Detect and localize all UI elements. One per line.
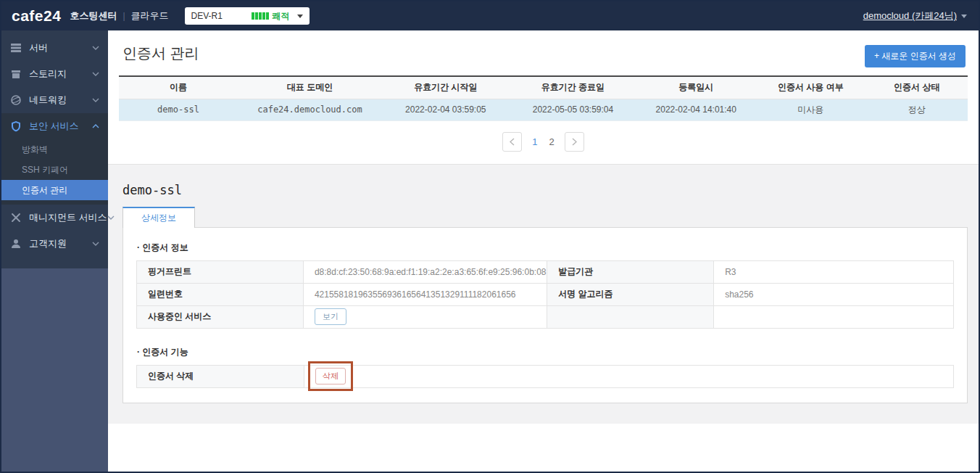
column-header-domain: 대표 도메인 <box>238 76 382 99</box>
pagination-prev-button[interactable] <box>502 132 522 152</box>
sidebar-subitem-label: 방화벽 <box>22 144 48 156</box>
cert-functions-table: 인증서 삭제 삭제 <box>136 365 954 388</box>
pagination: 1 2 <box>108 121 979 164</box>
certificate-table: 이름 대표 도메인 유효기간 시작일 유효기간 종료일 등록일시 인증서 사용 … <box>119 75 968 121</box>
empty-label-cell <box>547 305 714 328</box>
issuer-label: 발급기관 <box>547 260 714 283</box>
sidebar-item-label: 네트워킹 <box>29 94 92 107</box>
sidebar-item-label: 스토리지 <box>29 67 92 81</box>
certificate-detail-section: demo-ssl 상세정보 인증서 정보 핑거프린트 d8:8d:cf:23:5… <box>108 164 979 424</box>
cell-in-use[interactable]: 미사용 <box>755 99 865 120</box>
page-title: 인증서 관리 <box>122 44 199 63</box>
delete-certificate-label: 인증서 삭제 <box>137 365 304 387</box>
storage-icon <box>10 68 22 80</box>
chevron-down-icon <box>92 242 99 246</box>
column-header-valid-from: 유효기간 시작일 <box>382 76 510 99</box>
view-services-button[interactable]: 보기 <box>315 308 346 325</box>
serial-label: 일련번호 <box>137 283 304 305</box>
cafe24-logo[interactable]: cafe24 <box>12 7 61 25</box>
cert-info-table: 핑거프린트 d8:8d:cf:23:50:68:9a:ed:f1:19:a2:2… <box>136 260 954 329</box>
sidebar-item-management-services[interactable]: 매니지먼트 서비스 <box>1 205 108 231</box>
sidebar-item-label: 고객지원 <box>29 237 92 250</box>
section-label-cert-functions: 인증서 기능 <box>137 346 954 358</box>
shield-icon <box>10 120 22 132</box>
detail-panel: 인증서 정보 핑거프린트 d8:8d:cf:23:50:68:9a:ed:f1:… <box>122 227 968 403</box>
sidebar-item-security-services[interactable]: 보안 서비스 <box>1 113 108 139</box>
sidebar-item-networking[interactable]: 네트워킹 <box>1 87 108 113</box>
sidebar-item-certificate-management[interactable]: 인증서 관리 <box>1 180 108 200</box>
delete-certificate-button[interactable]: 삭제 <box>315 368 346 384</box>
certificate-name-heading: demo-ssl <box>122 183 968 197</box>
pagination-page-2[interactable]: 2 <box>548 136 556 147</box>
column-header-valid-to: 유효기간 종료일 <box>510 76 637 99</box>
chevron-up-icon <box>92 124 99 128</box>
sidebar-subitem-label: 인증서 관리 <box>22 184 67 197</box>
chevron-down-icon <box>297 15 303 18</box>
table-header-row: 이름 대표 도메인 유효기간 시작일 유효기간 종료일 등록일시 인증서 사용 … <box>119 76 968 99</box>
capacity-status: 쾌적 <box>273 10 290 22</box>
issuer-value: R3 <box>714 260 954 283</box>
server-name: DEV-R1 <box>191 11 252 21</box>
pagination-page-1[interactable]: 1 <box>531 136 539 147</box>
info-row: 핑거프린트 d8:8d:cf:23:50:68:9a:ed:f1:19:a2:2… <box>137 260 954 283</box>
fingerprint-value: d8:8d:cf:23:50:68:9a:ed:f1:19:a2:2e:a3:6… <box>303 260 547 283</box>
service-name: 호스팅센터 <box>70 9 117 22</box>
chevron-down-icon <box>92 46 99 50</box>
column-header-registered: 등록일시 <box>636 76 755 99</box>
pagination-next-button[interactable] <box>565 132 584 152</box>
account-name: democloud (카페24님) <box>863 9 957 22</box>
sidebar-menu: 서버 스토리지 네트워킹 보안 서비스 <box>1 30 108 268</box>
sidebar-group-security: 보안 서비스 방화벽 SSH 키페어 인증서 관리 <box>1 113 108 205</box>
chevron-down-icon <box>92 72 99 76</box>
empty-value-cell <box>714 305 954 328</box>
sidebar-item-customer-support[interactable]: 고객지원 <box>1 231 108 257</box>
sig-alg-value: sha256 <box>714 283 954 305</box>
sig-alg-label: 서명 알고리즘 <box>547 283 714 305</box>
tab-detail-info[interactable]: 상세정보 <box>122 207 195 228</box>
topbar-divider: | <box>122 11 125 21</box>
cell-status[interactable]: 정상 <box>865 99 968 120</box>
sidebar-item-server[interactable]: 서버 <box>1 35 108 61</box>
services-in-use-label: 사용중인 서비스 <box>137 305 304 328</box>
person-icon <box>10 238 22 250</box>
server-selector-dropdown[interactable]: DEV-R1 쾌적 <box>185 7 310 25</box>
sidebar-item-storage[interactable]: 스토리지 <box>1 61 108 87</box>
cell-valid-from[interactable]: 2022-02-04 03:59:05 <box>382 99 510 120</box>
sidebar-item-label: 서버 <box>29 41 92 54</box>
serial-value: 4215581819635569361656413513291111820616… <box>303 283 547 305</box>
topbar: cafe24 호스팅센터 | 클라우드 DEV-R1 쾌적 democloud … <box>1 1 979 30</box>
network-icon <box>10 94 22 106</box>
cell-valid-to[interactable]: 2022-05-05 03:59:04 <box>510 99 637 120</box>
function-row: 인증서 삭제 삭제 <box>137 365 954 387</box>
column-header-name: 이름 <box>119 76 238 99</box>
chevron-right-icon <box>572 138 577 146</box>
cell-domain[interactable]: cafe24.democloud.com <box>238 99 382 120</box>
main-content: 인증서 관리 + 새로운 인증서 생성 이름 대표 도메인 유효기간 시작일 유… <box>108 30 979 472</box>
column-header-status: 인증서 상태 <box>865 76 968 99</box>
column-header-in-use: 인증서 사용 여부 <box>755 76 865 99</box>
create-certificate-button[interactable]: + 새로운 인증서 생성 <box>865 45 966 67</box>
sidebar-item-ssh-keypair[interactable]: SSH 키페어 <box>1 160 108 180</box>
sidebar-item-label: 보안 서비스 <box>29 120 92 133</box>
info-row: 사용중인 서비스 보기 <box>137 305 954 328</box>
account-menu[interactable]: democloud (카페24님) <box>863 9 967 22</box>
chevron-down-icon <box>92 98 99 102</box>
fingerprint-label: 핑거프린트 <box>137 260 304 283</box>
page-header: 인증서 관리 + 새로운 인증서 생성 <box>108 30 979 67</box>
cell-registered[interactable]: 2022-02-04 14:01:40 <box>636 99 755 120</box>
capacity-bars <box>252 12 269 20</box>
table-row[interactable]: demo-ssl cafe24.democloud.com 2022-02-04… <box>119 99 968 120</box>
product-name: 클라우드 <box>131 9 169 22</box>
server-icon <box>10 42 22 54</box>
chevron-down-icon <box>961 15 967 18</box>
detail-tabs: 상세정보 <box>122 207 968 227</box>
sidebar-item-label: 매니지먼트 서비스 <box>29 211 107 224</box>
empty-area <box>108 424 979 472</box>
sidebar-item-firewall[interactable]: 방화벽 <box>1 139 108 160</box>
tools-icon <box>10 212 22 223</box>
cell-name[interactable]: demo-ssl <box>119 99 238 120</box>
app-window: cafe24 호스팅센터 | 클라우드 DEV-R1 쾌적 democloud … <box>0 0 980 473</box>
sidebar-subitem-label: SSH 키페어 <box>22 164 68 176</box>
info-row: 일련번호 42155818196355693616564135132911118… <box>137 283 954 305</box>
sidebar: 서버 스토리지 네트워킹 보안 서비스 <box>1 30 108 472</box>
